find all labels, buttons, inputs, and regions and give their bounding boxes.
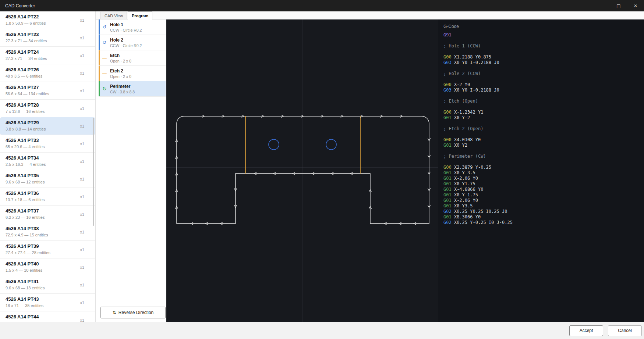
part-detail: 9.6 x 68 — 12 entities bbox=[6, 180, 84, 184]
part-name: 4526 A14 PT44 bbox=[6, 314, 84, 320]
tab-program[interactable]: Program bbox=[128, 11, 152, 19]
gcode-line bbox=[438, 93, 644, 99]
gcode-line: G01 X0 Y-3.5 bbox=[438, 170, 644, 176]
part-list-item[interactable]: 4526 A14 PT41 9.6 x 68 — 13 entities x1 bbox=[0, 276, 95, 294]
operation-item[interactable]: ↺ Hole 2 CCW · Circle R0.2 bbox=[99, 35, 166, 50]
maximize-icon[interactable]: □ bbox=[610, 0, 627, 11]
part-name: 4526 A14 PT22 bbox=[6, 14, 84, 20]
part-list-item[interactable]: 4526 A14 PT44 x1 bbox=[0, 311, 95, 322]
part-name: 4526 A14 PT38 bbox=[6, 226, 84, 232]
tab-strip: CAD View Program bbox=[96, 11, 644, 19]
parts-sidebar: 4526 A14 PT22 1.8 x 50.9 — 6 entities x1… bbox=[0, 11, 96, 322]
part-name: 4526 A14 PT34 bbox=[6, 155, 84, 161]
part-name: 4526 A14 PT26 bbox=[6, 67, 84, 73]
part-list-item[interactable]: 4526 A14 PT34 2.5 x 16.3 — 4 entities x1 bbox=[0, 153, 95, 170]
gcode-line: G00 X4.0308 Y0 bbox=[438, 137, 644, 143]
part-quantity: x1 bbox=[80, 195, 84, 199]
part-list-item[interactable]: 4526 A14 PT40 1.5 x 4 — 10 entities x1 bbox=[0, 258, 95, 276]
operation-detail: CCW · Circle R0.2 bbox=[110, 43, 142, 48]
close-icon[interactable]: ✕ bbox=[627, 0, 644, 11]
operation-item[interactable]: ↺ Hole 1 CCW · Circle R0.2 bbox=[99, 19, 166, 35]
gcode-line: G91 bbox=[438, 32, 644, 38]
part-name: 4526 A14 PT35 bbox=[6, 173, 84, 179]
gcode-line: G01 X0 Y2 bbox=[438, 143, 644, 148]
operation-accent-bar bbox=[99, 19, 100, 35]
operation-accent-bar bbox=[99, 66, 100, 81]
part-list-item[interactable]: 4526 A14 PT22 1.8 x 50.9 — 6 entities x1 bbox=[0, 11, 95, 29]
part-detail: 2.5 x 16.3 — 4 entities bbox=[6, 162, 84, 167]
part-name: 4526 A14 PT41 bbox=[6, 279, 84, 285]
operation-accent-bar bbox=[99, 35, 100, 50]
cad-canvas[interactable] bbox=[166, 19, 438, 322]
gcode-line bbox=[438, 49, 644, 54]
operation-name: Etch 2 bbox=[110, 68, 131, 74]
operation-direction-icon: — bbox=[101, 71, 108, 76]
part-quantity: x1 bbox=[80, 36, 84, 40]
parts-list: 4526 A14 PT22 1.8 x 50.9 — 6 entities x1… bbox=[0, 11, 95, 322]
part-name: 4526 A14 PT24 bbox=[6, 49, 84, 55]
part-detail: 56.6 x 64 — 134 entities bbox=[6, 92, 84, 96]
gcode-line: G00 X1.2188 Y0.875 bbox=[438, 54, 644, 60]
part-list-item[interactable]: 4526 A14 PT39 27.4 x 77.4 — 28 entities … bbox=[0, 241, 95, 258]
part-name: 4526 A14 PT39 bbox=[6, 243, 84, 249]
gcode-line: G01 X0 Y-1.75 bbox=[438, 192, 644, 198]
gcode-line bbox=[438, 76, 644, 82]
part-list-item[interactable]: 4526 A14 PT37 6.2 x 23 — 16 entities x1 bbox=[0, 206, 95, 223]
operation-detail: Open · 2 x 0 bbox=[110, 59, 131, 63]
gcode-line bbox=[438, 159, 644, 165]
gcode-line: G00 X-2 Y0 bbox=[438, 82, 644, 88]
part-quantity: x1 bbox=[80, 212, 84, 217]
accept-button[interactable]: Accept bbox=[569, 325, 603, 336]
part-quantity: x1 bbox=[80, 53, 84, 58]
gcode-line: G00 X-1.2342 Y1 bbox=[438, 110, 644, 115]
sidebar-scrollbar[interactable] bbox=[93, 118, 94, 226]
part-list-item[interactable]: 4526 A14 PT36 10.7 x 18 — 6 entities x1 bbox=[0, 188, 95, 206]
part-list-item[interactable]: 4526 A14 PT33 65 x 20.6 — 4 entities x1 bbox=[0, 135, 95, 153]
part-quantity: x1 bbox=[80, 265, 84, 270]
part-list-item[interactable]: 4526 A14 PT27 56.6 x 64 — 134 entities x… bbox=[0, 82, 95, 100]
gcode-line: ; Hole 1 (CCW) bbox=[438, 43, 644, 49]
part-detail: 1.5 x 4 — 10 entities bbox=[6, 268, 84, 272]
operation-item[interactable]: ↻ Perimeter CW · 3.8 x 8.8 bbox=[99, 81, 166, 97]
part-name: 4526 A14 PT36 bbox=[6, 190, 84, 196]
gcode-line: G02 X0.25 Y-0.25 I0 J-0.25 bbox=[438, 220, 644, 225]
part-quantity: x1 bbox=[80, 142, 84, 146]
operation-direction-icon: ↺ bbox=[101, 40, 108, 45]
operation-name: Etch bbox=[110, 53, 131, 58]
reverse-direction-icon: ⇅ bbox=[113, 310, 116, 315]
bottom-bar: Accept Cancel bbox=[0, 322, 644, 339]
part-detail: 1.8 x 50.9 — 6 entities bbox=[6, 21, 84, 25]
operation-direction-icon: ↻ bbox=[101, 86, 108, 92]
part-detail: 9.6 x 68 — 13 entities bbox=[6, 286, 84, 290]
part-list-item[interactable]: 4526 A14 PT43 18 x 71 — 35 entities x1 bbox=[0, 294, 95, 311]
part-quantity: x1 bbox=[80, 106, 84, 111]
part-name: 4526 A14 PT33 bbox=[6, 138, 84, 143]
part-list-item[interactable]: 4526 A14 PT26 48 x 3.5 — 6 entities x1 bbox=[0, 64, 95, 82]
operation-name: Hole 2 bbox=[110, 38, 142, 43]
tab-cad-view[interactable]: CAD View bbox=[100, 12, 127, 19]
part-list-item[interactable]: 4526 A14 PT28 7 x 13.6 — 16 entities x1 bbox=[0, 100, 95, 117]
part-detail: 3.8 x 8.8 — 14 entities bbox=[6, 127, 84, 131]
window-controls: □ ✕ bbox=[610, 0, 644, 11]
operation-item[interactable]: — Etch Open · 2 x 0 bbox=[99, 50, 166, 66]
gcode-line: G03 X0 Y0 I-0.2188 J0 bbox=[438, 88, 644, 93]
part-name: 4526 A14 PT40 bbox=[6, 261, 84, 267]
part-list-item[interactable]: 4526 A14 PT23 27.3 x 71 — 34 entities x1 bbox=[0, 29, 95, 47]
part-list-item[interactable]: 4526 A14 PT24 27.3 x 71 — 34 entities x1 bbox=[0, 47, 95, 64]
operation-item[interactable]: — Etch 2 Open · 2 x 0 bbox=[99, 66, 166, 81]
reverse-direction-button[interactable]: ⇅ Reverse Direction bbox=[100, 307, 166, 318]
gcode-line bbox=[438, 132, 644, 137]
part-list-item[interactable]: 4526 A14 PT38 72.9 x 4.9 — 15 entities x… bbox=[0, 223, 95, 241]
operation-accent-bar bbox=[99, 50, 100, 65]
operation-detail: CW · 3.8 x 8.8 bbox=[110, 90, 135, 94]
part-list-item[interactable]: 4526 A14 PT35 9.6 x 68 — 12 entities x1 bbox=[0, 170, 95, 188]
gcode-line: ; Etch 2 (Open) bbox=[438, 126, 644, 132]
part-list-item[interactable]: 4526 A14 PT29 3.8 x 8.8 — 14 entities x1 bbox=[0, 117, 95, 135]
cancel-button[interactable]: Cancel bbox=[608, 325, 642, 336]
operation-accent-bar bbox=[99, 81, 100, 96]
part-name: 4526 A14 PT27 bbox=[6, 85, 84, 90]
program-panel: ↺ Hole 1 CCW · Circle R0.2 ↺ Hole 2 CCW … bbox=[96, 19, 166, 322]
part-drawing bbox=[166, 19, 438, 322]
gcode-line bbox=[438, 148, 644, 154]
gcode-line: G00 X2.3879 Y-0.25 bbox=[438, 165, 644, 170]
